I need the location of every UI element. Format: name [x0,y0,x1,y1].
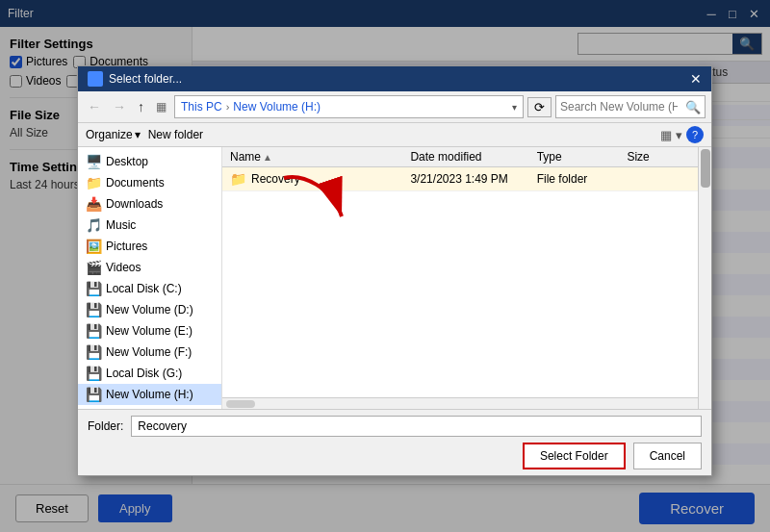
new-folder-button[interactable]: New folder [148,128,203,141]
volume-e-label: New Volume (E:) [106,324,192,338]
modal-action-row: Select Folder Cancel [88,443,702,469]
file-col-type[interactable]: Type [537,150,628,164]
tree-item-desktop[interactable]: 🖥️ Desktop [78,151,221,172]
modal-nav-tree: 🖥️ Desktop 📁 Documents 📥 Downloads 🎵 Mus… [78,147,222,409]
organize-button[interactable]: Organize ▾ [86,128,141,141]
videos-tree-label: Videos [106,261,141,274]
modal-title-icon-group: Select folder... [88,71,182,87]
recovery-type: File folder [537,172,628,186]
recovery-folder-icon: 📁 [230,171,246,187]
help-button[interactable]: ? [686,126,704,143]
organize-arrow: ▾ [135,128,141,141]
path-this-pc[interactable]: This PC [181,100,222,114]
modal-app-icon [88,71,103,87]
documents-folder-icon: 📁 [86,175,101,190]
recovery-name-cell: 📁 Recovery [230,171,410,187]
modal-organize-bar: Organize ▾ New folder ▦ ▾ ? [78,123,711,147]
modal-file-list: Name ▲ Date modified Type Size [222,147,698,409]
pictures-folder-icon: 🖼️ [86,239,101,254]
tree-item-music[interactable]: 🎵 Music [78,215,221,236]
modal-overlay: Select folder... ✕ ← → ↑ ▦ This PC › New… [0,0,770,532]
tree-item-volume-e[interactable]: 💾 New Volume (E:) [78,320,221,342]
downloads-icon: 📥 [86,196,101,212]
file-row-recovery[interactable]: 📁 Recovery 3/21/2023 1:49 PM File folder [222,167,698,191]
file-col-name-label: Name [230,150,261,164]
modal-title-bar: Select folder... ✕ [78,66,711,91]
refresh-button[interactable]: ⟳ [527,97,552,117]
folder-input[interactable] [131,416,702,437]
volume-d-label: New Volume (D:) [106,303,193,317]
file-list-body: 📁 Recovery 3/21/2023 1:49 PM File folder [222,167,698,397]
desktop-icon: 🖥️ [86,154,101,169]
tree-item-volume-f[interactable]: 💾 New Volume (F:) [78,342,221,363]
tree-item-documents[interactable]: 📁 Documents [78,172,221,193]
modal-hscrollbar[interactable] [222,397,698,409]
volume-e-icon: 💾 [86,323,101,339]
modal-view-buttons: ▦ ▾ ? [660,126,704,143]
local-disk-c-icon: 💾 [86,281,101,296]
modal-close-button[interactable]: ✕ [690,71,702,87]
forward-button[interactable]: → [109,97,130,116]
breadcrumb-icon: ▦ [152,100,170,114]
file-name-sort-arrow: ▲ [263,152,272,163]
modal-search-button[interactable]: 🔍 [681,98,705,116]
tree-item-local-g[interactable]: 💾 Local Disk (G:) [78,363,221,384]
downloads-label: Downloads [106,197,163,211]
file-col-name[interactable]: Name ▲ [230,150,410,164]
file-col-size-label: Size [627,150,649,164]
tree-item-pictures[interactable]: 🖼️ Pictures [78,236,221,257]
volume-f-label: New Volume (F:) [106,345,192,359]
modal-body: 🖥️ Desktop 📁 Documents 📥 Downloads 🎵 Mus… [78,147,711,409]
volume-f-icon: 💾 [86,344,101,360]
file-col-date-label: Date modified [410,150,481,164]
modal-search-input[interactable] [556,98,681,115]
modal-vscrollbar[interactable] [698,147,711,409]
file-col-type-label: Type [537,150,562,164]
modal-cancel-button[interactable]: Cancel [633,443,702,469]
organize-label: Organize [86,128,133,141]
desktop-label: Desktop [106,155,148,168]
file-col-date[interactable]: Date modified [410,150,536,164]
modal-bottom: Folder: Select Folder Cancel [78,409,711,475]
back-button[interactable]: ← [84,97,105,116]
tree-item-videos[interactable]: 🎬 Videos [78,257,221,278]
modal-title: Select folder... [109,72,182,86]
file-list-header: Name ▲ Date modified Type Size [222,147,698,167]
pictures-tree-label: Pictures [106,240,147,253]
modal-search-wrap: 🔍 [555,95,706,118]
tree-item-local-c[interactable]: 💾 Local Disk (C:) [78,278,221,299]
vscrollbar-thumb [701,149,710,188]
tree-item-volume-d[interactable]: 💾 New Volume (D:) [78,299,221,320]
videos-folder-icon: 🎬 [86,260,101,275]
select-folder-button[interactable]: Select Folder [523,443,626,469]
tree-item-volume-h[interactable]: 💾 New Volume (H:) [78,384,221,405]
recovery-name: Recovery [251,172,300,186]
volume-h-label: New Volume (H:) [106,388,193,401]
path-separator: › [226,101,230,113]
view-dropdown-button[interactable]: ▾ [676,128,682,142]
music-label: Music [106,218,136,232]
volume-h-icon: 💾 [86,387,101,402]
up-button[interactable]: ↑ [134,97,148,116]
tree-item-downloads[interactable]: 📥 Downloads [78,193,221,215]
volume-d-icon: 💾 [86,302,101,317]
modal-dialog: Select folder... ✕ ← → ↑ ▦ This PC › New… [77,65,712,476]
local-g-label: Local Disk (G:) [106,367,182,380]
folder-row: Folder: [88,416,702,437]
path-bar: This PC › New Volume (H:) ▾ [174,95,524,118]
folder-label: Folder: [88,419,123,433]
view-toggle-button[interactable]: ▦ [660,128,672,142]
path-new-volume[interactable]: New Volume (H:) [233,100,321,114]
path-dropdown-arrow[interactable]: ▾ [512,102,517,113]
recovery-date: 3/21/2023 1:49 PM [410,172,536,186]
music-icon: 🎵 [86,217,101,233]
local-c-label: Local Disk (C:) [106,282,182,295]
documents-tree-label: Documents [106,176,165,190]
file-col-size[interactable]: Size [627,150,690,164]
local-disk-g-icon: 💾 [86,366,101,381]
modal-toolbar: ← → ↑ ▦ This PC › New Volume (H:) ▾ ⟳ 🔍 [78,91,711,123]
hscrollbar-thumb [226,400,255,408]
app-window: Filter ─ □ ✕ Filter Settings Pictures Do… [0,0,770,532]
